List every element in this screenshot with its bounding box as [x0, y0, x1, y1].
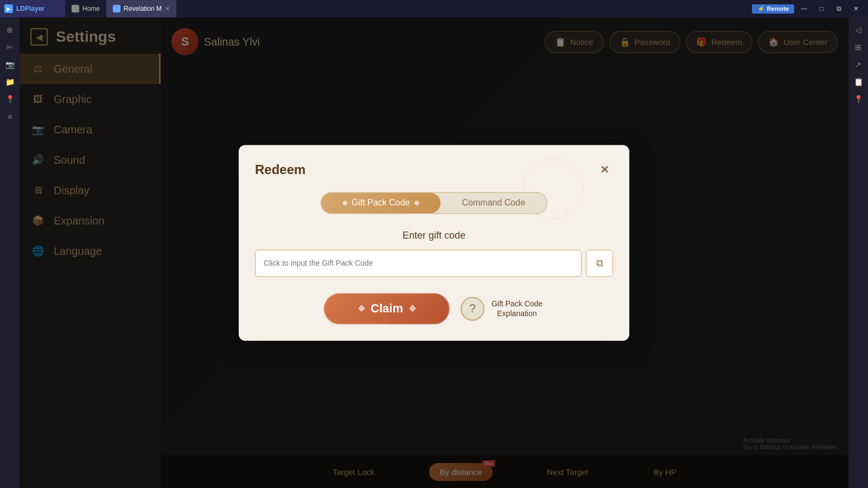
right-icon-1[interactable]: ◁	[850, 22, 866, 38]
redeem-modal: Redeem ✕ Gift Pack Code Command Code	[239, 145, 629, 341]
right-icon-4[interactable]: 📋	[850, 74, 866, 90]
command-code-label: Command Code	[462, 198, 526, 208]
ldplayer-sidebar: ⊕ ✄ 📷 📁 📍 ≡	[0, 17, 20, 488]
enter-gift-label: Enter gift code	[255, 230, 613, 241]
right-icon-5[interactable]: 📍	[850, 91, 866, 107]
paste-button[interactable]: ⧉	[586, 249, 613, 277]
remote-button[interactable]: ⚡ Remote	[752, 4, 794, 14]
claim-button[interactable]: Claim	[324, 293, 450, 324]
app-logo-text: LDPlayer	[16, 5, 44, 12]
claim-area: Claim ? Gift Pack Code Explanation	[255, 293, 613, 324]
help-text: Gift Pack Code Explanation	[490, 299, 544, 318]
home-tab-label: Home	[82, 5, 100, 12]
help-circle: ?	[461, 297, 484, 320]
command-code-tab[interactable]: Command Code	[441, 192, 547, 213]
close-tab-button[interactable]: ✕	[165, 5, 170, 12]
gift-tab-dot	[343, 201, 347, 205]
sidebar-icon-2[interactable]: ✄	[2, 39, 18, 55]
claim-label: Claim	[371, 301, 403, 316]
close-window-button[interactable]: ✕	[848, 3, 864, 15]
tab-revelation[interactable]: Revelation M ✕	[106, 0, 176, 17]
close-icon: ✕	[600, 163, 609, 176]
minimize-button[interactable]: —	[796, 3, 812, 15]
maximize-button[interactable]: □	[814, 3, 829, 15]
titlebar: ▶ LDPlayer Home Revelation M ✕ ⚡ Remote …	[0, 0, 868, 17]
game-tab-icon	[113, 5, 120, 12]
restore-button[interactable]: ⧉	[831, 3, 846, 15]
sidebar-icon-5[interactable]: 📍	[2, 91, 18, 107]
game-tab-label: Revelation M	[124, 5, 162, 12]
home-tab-icon	[72, 5, 79, 12]
gift-tab-dot2	[414, 201, 419, 205]
right-icon-3[interactable]: ↗	[850, 56, 866, 73]
help-icon: ?	[469, 301, 476, 316]
sidebar-icon-6[interactable]: ≡	[2, 108, 18, 125]
sidebar-icon-3[interactable]: 📷	[2, 56, 18, 73]
gift-pack-tab[interactable]: Gift Pack Code	[321, 192, 441, 213]
gift-code-input[interactable]	[255, 249, 582, 277]
modal-close-button[interactable]: ✕	[596, 161, 613, 178]
remote-label: Remote	[767, 5, 789, 12]
sidebar-icon-1[interactable]: ⊕	[2, 22, 18, 38]
help-area[interactable]: ? Gift Pack Code Explanation	[461, 297, 544, 320]
right-icon-2[interactable]: ⊞	[850, 39, 866, 55]
paste-icon: ⧉	[596, 258, 603, 269]
app-area: ⊕ ✄ 📷 📁 📍 ≡ ◀ Settings ⚖ General 🖼 Graph…	[0, 17, 868, 488]
titlebar-tabs: Home Revelation M ✕	[65, 0, 748, 17]
tab-pill: Gift Pack Code Command Code	[321, 192, 547, 214]
modal-title: Redeem	[255, 162, 305, 177]
titlebar-controls: ⚡ Remote — □ ⧉ ✕	[748, 3, 868, 15]
app-logo: ▶ LDPlayer	[0, 0, 65, 17]
ldplayer-icon: ▶	[4, 4, 13, 13]
input-row: ⧉	[255, 249, 613, 277]
game-area: ◀ Settings ⚖ General 🖼 Graphic 📷 Camera …	[20, 17, 848, 488]
remote-icon: ⚡	[757, 5, 765, 12]
gift-pack-label: Gift Pack Code	[352, 198, 410, 208]
sidebar-icon-4[interactable]: 📁	[2, 74, 18, 90]
right-sidebar: ◁ ⊞ ↗ 📋 📍	[848, 17, 868, 488]
tab-home[interactable]: Home	[65, 0, 106, 17]
